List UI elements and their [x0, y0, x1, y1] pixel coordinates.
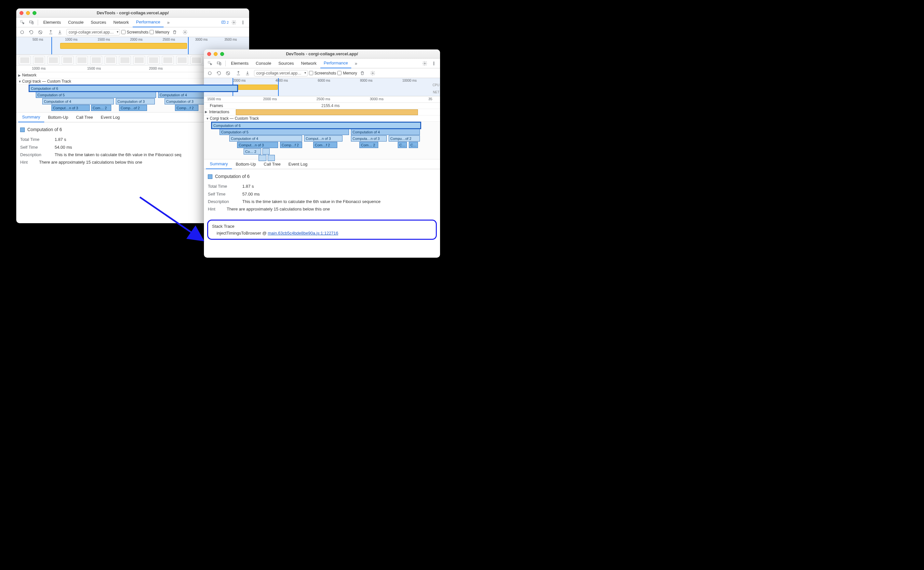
- flame-bar[interactable]: Computation of 5: [220, 129, 349, 135]
- tab-elements[interactable]: Elements: [40, 18, 64, 27]
- flame-bar[interactable]: Computation of 5: [36, 92, 156, 98]
- gear-icon[interactable]: [421, 59, 429, 68]
- download-icon[interactable]: [56, 28, 64, 36]
- flame-chart[interactable]: Computation of 6 Computation of 5 Comput…: [204, 122, 440, 159]
- screenshots-checkbox[interactable]: Screenshots: [121, 30, 148, 34]
- flame-bar[interactable]: Comp…f 2: [280, 142, 302, 148]
- stack-fn-name: injectTimingsToBrowser @: [217, 231, 268, 236]
- flame-bar[interactable]: Comput…n of 3: [51, 105, 90, 111]
- more-tabs-icon[interactable]: »: [164, 18, 173, 27]
- track-header-custom[interactable]: ▼Corgi track — Custom Track: [204, 115, 440, 122]
- flame-bar[interactable]: Computation of 4: [351, 129, 420, 135]
- close-icon[interactable]: [207, 52, 211, 56]
- flame-bar[interactable]: Computation of 6: [29, 85, 237, 92]
- clear-icon[interactable]: [224, 69, 232, 77]
- zoom-icon[interactable]: [32, 11, 37, 15]
- inspect-icon[interactable]: [18, 18, 27, 27]
- flame-bar[interactable]: Comput…n of 3: [304, 135, 343, 141]
- tab-network[interactable]: Network: [298, 58, 320, 68]
- titlebar[interactable]: DevTools - corgi-collage.vercel.app/: [16, 8, 249, 18]
- overview-timeline[interactable]: 2000 ms 4000 ms 6000 ms 8000 ms 10000 ms…: [204, 78, 440, 96]
- upload-icon[interactable]: [47, 28, 55, 36]
- summary-title: Computation of 6: [27, 126, 62, 134]
- minimize-icon[interactable]: [26, 11, 30, 15]
- flame-bar[interactable]: Compu…of 2: [389, 135, 420, 141]
- tab-summary[interactable]: Summary: [206, 159, 232, 169]
- url-select[interactable]: corgi-collage.vercel.app…: [254, 70, 307, 77]
- trash-icon[interactable]: [358, 69, 366, 77]
- tab-sources[interactable]: Sources: [275, 58, 297, 68]
- flame-bar[interactable]: C…: [409, 142, 418, 148]
- screenshots-checkbox[interactable]: Screenshots: [309, 71, 336, 75]
- flame-bar[interactable]: [259, 155, 266, 161]
- flame-bar[interactable]: Computation of 4: [42, 98, 114, 104]
- tab-eventlog[interactable]: Event Log: [97, 113, 124, 122]
- reload-icon[interactable]: [27, 28, 35, 36]
- tab-summary[interactable]: Summary: [18, 113, 44, 122]
- flame-bar[interactable]: Co… 2: [243, 149, 261, 155]
- range-handle-left[interactable]: [51, 37, 52, 54]
- tab-network[interactable]: Network: [110, 18, 132, 27]
- interaction-bar[interactable]: [236, 109, 418, 115]
- close-icon[interactable]: [20, 11, 23, 15]
- flame-bar[interactable]: Comp…f 2: [175, 105, 198, 111]
- track-interactions[interactable]: ▶ Interactions: [204, 109, 440, 115]
- tab-eventlog[interactable]: Event Log: [285, 159, 312, 169]
- tab-performance[interactable]: Performance: [320, 58, 351, 68]
- upload-icon[interactable]: [234, 69, 242, 77]
- device-toggle-icon[interactable]: [27, 18, 36, 27]
- tab-elements[interactable]: Elements: [228, 58, 252, 68]
- stack-source-link[interactable]: main.63cb5c4bde8be90a.js:1:122716: [268, 231, 338, 236]
- gear-icon[interactable]: [229, 18, 238, 27]
- tick: 35: [428, 97, 432, 101]
- issues-icon[interactable]: 2: [220, 18, 229, 27]
- device-toggle-icon[interactable]: [215, 59, 223, 68]
- flame-bar[interactable]: Comp…of 2: [119, 105, 147, 111]
- track-frames[interactable]: ▶Frames2155.4 ms: [204, 103, 440, 109]
- tab-calltree[interactable]: Call Tree: [72, 113, 97, 122]
- range-handle-right[interactable]: [278, 78, 279, 96]
- flame-bar[interactable]: Computation of 6: [212, 122, 421, 129]
- svg-rect-11: [208, 61, 210, 63]
- flame-bar[interactable]: [268, 155, 275, 161]
- description-value: This is the time taken to calculate the …: [242, 198, 381, 205]
- memory-checkbox[interactable]: Memory: [150, 30, 169, 34]
- devtools-window-b: DevTools - corgi-collage.vercel.app/ Ele…: [204, 49, 440, 258]
- range-handle-right[interactable]: [188, 37, 189, 54]
- url-select[interactable]: corgi-collage.vercel.app…: [66, 29, 120, 35]
- flame-bar[interactable]: Computation of 3: [116, 98, 155, 104]
- flame-bar[interactable]: Computation of 4: [229, 135, 302, 141]
- reload-icon[interactable]: [215, 69, 223, 77]
- kebab-icon[interactable]: [239, 18, 247, 27]
- gear-icon[interactable]: [369, 69, 376, 77]
- flame-bar[interactable]: Computa…n of 3: [351, 135, 387, 141]
- clear-icon[interactable]: [37, 28, 44, 36]
- kebab-icon[interactable]: [430, 59, 438, 68]
- flame-ruler[interactable]: 1500 ms 2000 ms 2500 ms 3000 ms 35: [204, 96, 440, 103]
- more-tabs-icon[interactable]: »: [352, 59, 360, 68]
- record-icon[interactable]: [206, 69, 214, 77]
- gear-icon[interactable]: [181, 28, 189, 36]
- titlebar[interactable]: DevTools - corgi-collage.vercel.app/: [204, 49, 440, 58]
- tab-console[interactable]: Console: [65, 18, 87, 27]
- tab-bottomup[interactable]: Bottom-Up: [232, 159, 260, 169]
- flame-bar[interactable]: Comput…n of 3: [237, 142, 278, 148]
- tab-bottomup[interactable]: Bottom-Up: [44, 113, 72, 122]
- trash-icon[interactable]: [171, 28, 179, 36]
- flame-bar[interactable]: C…: [398, 142, 407, 148]
- tick: 2500 ms: [163, 38, 175, 41]
- tab-performance[interactable]: Performance: [133, 18, 163, 27]
- flame-bar[interactable]: Computation of 3: [165, 98, 207, 104]
- flame-bar[interactable]: [263, 149, 269, 155]
- record-icon[interactable]: [18, 28, 26, 36]
- tab-sources[interactable]: Sources: [87, 18, 110, 27]
- tab-console[interactable]: Console: [252, 58, 274, 68]
- inspect-icon[interactable]: [206, 59, 214, 68]
- flame-bar[interactable]: Com… 2: [360, 142, 378, 148]
- flame-bar[interactable]: Com… 2: [91, 105, 111, 111]
- minimize-icon[interactable]: [214, 52, 217, 56]
- download-icon[interactable]: [243, 69, 251, 77]
- flame-bar[interactable]: Com…f 2: [313, 142, 337, 148]
- memory-checkbox[interactable]: Memory: [337, 71, 357, 75]
- zoom-icon[interactable]: [220, 52, 224, 56]
